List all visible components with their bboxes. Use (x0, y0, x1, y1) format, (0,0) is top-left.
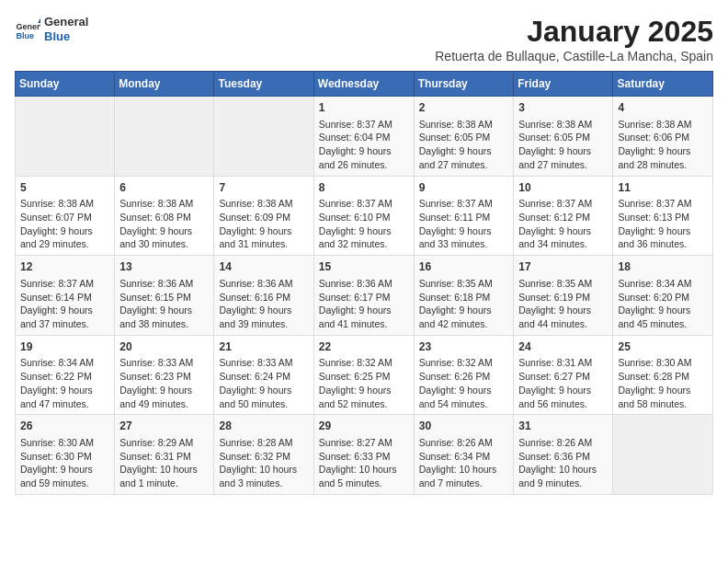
day-info: Sunset: 6:22 PM (20, 370, 109, 384)
day-info: Sunrise: 8:34 AM (20, 356, 109, 370)
calendar-cell: 27Sunrise: 8:29 AMSunset: 6:31 PMDayligh… (115, 415, 214, 495)
day-info: Daylight: 10 hours (319, 463, 409, 477)
day-info: Daylight: 9 hours (419, 304, 509, 317)
calendar-cell (115, 97, 214, 177)
calendar-cell: 7Sunrise: 8:38 AMSunset: 6:09 PMDaylight… (214, 176, 313, 256)
day-info: and 29 minutes. (20, 237, 109, 251)
day-info: and 30 minutes. (119, 237, 209, 251)
svg-text:General: General (16, 22, 40, 31)
day-info: Daylight: 9 hours (518, 144, 608, 158)
day-info: Sunset: 6:24 PM (219, 370, 308, 384)
calendar-cell (613, 415, 713, 495)
weekday-header-tuesday: Tuesday (214, 72, 313, 97)
day-info: Daylight: 9 hours (319, 224, 409, 238)
day-info: Daylight: 9 hours (319, 144, 409, 158)
day-info: and 39 minutes. (219, 317, 308, 331)
day-info: Sunset: 6:07 PM (20, 211, 109, 224)
day-number: 5 (20, 180, 109, 196)
calendar-cell: 15Sunrise: 8:36 AMSunset: 6:17 PMDayligh… (313, 256, 414, 336)
day-number: 15 (319, 259, 409, 275)
day-info: and 56 minutes. (518, 397, 608, 411)
day-number: 30 (419, 419, 509, 434)
day-info: Daylight: 9 hours (419, 224, 509, 238)
day-info: Daylight: 9 hours (419, 144, 509, 158)
calendar-cell: 2Sunrise: 8:38 AMSunset: 6:05 PMDaylight… (414, 97, 514, 177)
day-number: 12 (20, 259, 109, 275)
day-number: 14 (219, 259, 308, 275)
day-info: Sunrise: 8:27 AM (319, 436, 409, 450)
calendar-cell: 3Sunrise: 8:38 AMSunset: 6:05 PMDaylight… (514, 97, 613, 177)
day-info: Daylight: 9 hours (219, 384, 308, 397)
calendar-cell: 22Sunrise: 8:32 AMSunset: 6:25 PMDayligh… (313, 335, 414, 415)
day-info: Sunset: 6:18 PM (419, 291, 509, 304)
day-number: 18 (618, 259, 708, 275)
day-info: Sunset: 6:10 PM (319, 211, 409, 224)
day-info: Daylight: 9 hours (618, 224, 708, 238)
day-info: Sunset: 6:19 PM (518, 291, 608, 304)
day-info: Sunset: 6:14 PM (20, 291, 109, 304)
day-info: Daylight: 9 hours (319, 384, 409, 397)
day-info: Sunrise: 8:37 AM (618, 197, 708, 211)
day-info: Sunrise: 8:36 AM (119, 277, 209, 291)
day-info: and 36 minutes. (618, 237, 708, 251)
calendar-cell: 20Sunrise: 8:33 AMSunset: 6:23 PMDayligh… (115, 335, 214, 415)
day-info: Sunrise: 8:37 AM (319, 197, 409, 211)
day-info: and 28 minutes. (618, 158, 708, 172)
day-info: Sunrise: 8:35 AM (518, 277, 608, 291)
day-info: Sunrise: 8:26 AM (518, 436, 608, 450)
weekday-header-saturday: Saturday (613, 72, 713, 97)
day-info: Sunrise: 8:37 AM (20, 277, 109, 291)
svg-text:Blue: Blue (16, 30, 34, 40)
calendar-cell (16, 97, 115, 177)
day-info: Sunset: 6:32 PM (219, 450, 308, 464)
day-info: Sunset: 6:25 PM (319, 370, 409, 384)
weekday-header-row: SundayMondayTuesdayWednesdayThursdayFrid… (16, 72, 713, 97)
day-info: and 27 minutes. (518, 158, 608, 172)
day-number: 22 (319, 339, 409, 355)
day-info: Sunrise: 8:38 AM (219, 197, 308, 211)
day-info: Daylight: 9 hours (20, 463, 109, 477)
day-info: Daylight: 9 hours (419, 384, 509, 397)
day-info: Daylight: 10 hours (119, 463, 209, 477)
day-info: Daylight: 9 hours (219, 224, 308, 238)
day-info: Sunrise: 8:37 AM (319, 118, 409, 132)
day-info: and 38 minutes. (119, 317, 209, 331)
calendar-cell: 12Sunrise: 8:37 AMSunset: 6:14 PMDayligh… (16, 256, 115, 336)
calendar-cell: 9Sunrise: 8:37 AMSunset: 6:11 PMDaylight… (414, 176, 514, 256)
day-info: and 44 minutes. (518, 317, 608, 331)
day-info: Sunrise: 8:35 AM (419, 277, 509, 291)
day-info: Daylight: 9 hours (518, 224, 608, 238)
calendar-cell: 24Sunrise: 8:31 AMSunset: 6:27 PMDayligh… (514, 335, 613, 415)
calendar-title: January 2025 (435, 15, 713, 49)
day-number: 2 (419, 100, 509, 116)
weekday-header-thursday: Thursday (414, 72, 514, 97)
day-number: 7 (219, 180, 308, 196)
weekday-header-friday: Friday (514, 72, 613, 97)
day-info: Sunset: 6:08 PM (119, 211, 209, 224)
day-info: Sunset: 6:05 PM (419, 131, 509, 144)
day-number: 25 (618, 339, 708, 355)
day-info: Sunrise: 8:30 AM (618, 356, 708, 370)
day-number: 17 (518, 259, 608, 275)
day-info: Daylight: 10 hours (219, 463, 308, 477)
calendar-cell: 26Sunrise: 8:30 AMSunset: 6:30 PMDayligh… (16, 415, 115, 495)
day-info: Sunrise: 8:32 AM (319, 356, 409, 370)
day-number: 24 (518, 339, 608, 355)
day-info: Sunset: 6:17 PM (319, 291, 409, 304)
day-info: and 41 minutes. (319, 317, 409, 331)
day-info: Sunrise: 8:38 AM (618, 118, 708, 132)
day-info: Daylight: 9 hours (518, 304, 608, 317)
day-info: Sunrise: 8:33 AM (119, 356, 209, 370)
day-number: 31 (518, 419, 608, 434)
calendar-cell: 28Sunrise: 8:28 AMSunset: 6:32 PMDayligh… (214, 415, 313, 495)
logo: General Blue General Blue (15, 15, 88, 43)
day-number: 26 (20, 419, 109, 434)
day-info: Daylight: 9 hours (20, 384, 109, 397)
day-info: Daylight: 10 hours (419, 463, 509, 477)
day-number: 6 (119, 180, 209, 196)
calendar-cell: 13Sunrise: 8:36 AMSunset: 6:15 PMDayligh… (115, 256, 214, 336)
calendar-cell: 1Sunrise: 8:37 AMSunset: 6:04 PMDaylight… (313, 97, 414, 177)
day-info: and 32 minutes. (319, 237, 409, 251)
calendar-cell: 19Sunrise: 8:34 AMSunset: 6:22 PMDayligh… (16, 335, 115, 415)
day-info: Sunset: 6:34 PM (419, 450, 509, 464)
